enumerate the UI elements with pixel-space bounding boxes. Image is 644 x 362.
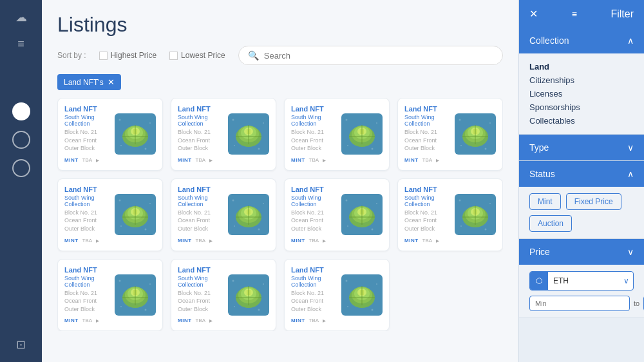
price-arrow-icon: ∨ bbox=[627, 247, 634, 257]
nft-image bbox=[115, 113, 156, 155]
nft-card[interactable]: Land NFT South Wing Collection Block No.… bbox=[57, 98, 163, 171]
fixed-price-button[interactable]: Fixed Price bbox=[566, 193, 621, 210]
svg-point-87 bbox=[346, 200, 348, 202]
filter-section-type: Type ∨ bbox=[519, 135, 644, 161]
svg-point-88 bbox=[376, 203, 377, 204]
nft-arrow-icon: ▸ bbox=[436, 237, 439, 244]
nft-footer: MINT TBA ▸ bbox=[291, 317, 335, 324]
filter-close-button[interactable]: ✕ bbox=[529, 8, 538, 20]
currency-select[interactable]: ⬡ ETH ∨ bbox=[529, 271, 634, 291]
nft-badge: MINT bbox=[178, 318, 192, 323]
filter-section-collection: Collection ∧ LandCitizenshipsLicensesSpo… bbox=[519, 28, 644, 135]
nft-title: Land NFT bbox=[291, 186, 335, 193]
nft-card[interactable]: Land NFT South Wing Collection Block No.… bbox=[284, 98, 390, 171]
filter-panel: ✕ ≡ Filter Collection ∧ LandCitizenships… bbox=[518, 0, 644, 362]
status-section-header[interactable]: Status ∧ bbox=[519, 161, 644, 187]
svg-point-9 bbox=[119, 119, 121, 121]
nft-price: TBA bbox=[196, 318, 206, 323]
filter-header: ✕ ≡ Filter bbox=[519, 0, 644, 28]
nft-arrow-icon: ▸ bbox=[323, 157, 326, 164]
sort-lowest-price[interactable]: Lowest Price bbox=[169, 51, 225, 60]
svg-point-37 bbox=[372, 148, 374, 150]
price-section-header[interactable]: Price ∨ bbox=[519, 239, 644, 265]
nft-card[interactable]: Land NFT South Wing Collection Block No.… bbox=[284, 178, 390, 251]
collection-item-licenses[interactable]: Licenses bbox=[529, 87, 634, 100]
collection-item-citizenships[interactable]: Citizenships bbox=[529, 73, 634, 87]
svg-point-50 bbox=[485, 148, 487, 150]
cloud-icon[interactable]: ☁ bbox=[15, 10, 27, 24]
nft-footer: MINT TBA ▸ bbox=[404, 237, 448, 244]
nft-price: TBA bbox=[309, 318, 319, 323]
nft-card[interactable]: Land NFT South Wing Collection Block No.… bbox=[284, 259, 390, 332]
svg-point-139 bbox=[346, 280, 348, 281]
nft-detail: Block No. 21Ocean FrontOuter Block bbox=[178, 128, 222, 153]
eth-icon: ⬡ bbox=[530, 272, 548, 290]
mint-button[interactable]: Mint bbox=[529, 193, 561, 210]
nft-card[interactable]: Land NFT South Wing Collection Block No.… bbox=[397, 178, 503, 251]
type-title: Type bbox=[529, 142, 549, 153]
sort-highest-price[interactable]: Highest Price bbox=[99, 51, 156, 60]
nav-circle-2[interactable] bbox=[12, 131, 30, 149]
nft-image bbox=[228, 274, 269, 316]
nft-image bbox=[455, 194, 496, 235]
sort-lowest-label: Lowest Price bbox=[181, 51, 225, 60]
type-section-header[interactable]: Type ∨ bbox=[519, 135, 644, 160]
svg-point-64 bbox=[120, 225, 122, 227]
nft-badge: MINT bbox=[404, 157, 419, 163]
nft-detail: Block No. 21Ocean FrontOuter Block bbox=[178, 289, 222, 314]
price-min-input[interactable] bbox=[529, 296, 630, 311]
nft-footer: MINT TBA ▸ bbox=[64, 317, 108, 324]
nft-price: TBA bbox=[82, 157, 93, 163]
filter-section-price: Price ∨ ⬡ ETH ∨ to bbox=[519, 239, 644, 318]
nft-detail: Block No. 21Ocean FrontOuter Block bbox=[291, 209, 335, 233]
svg-point-48 bbox=[459, 119, 461, 121]
nft-card[interactable]: Land NFT South Wing Collection Block No.… bbox=[57, 178, 163, 251]
search-input[interactable] bbox=[264, 51, 493, 61]
nft-card[interactable]: Land NFT South Wing Collection Block No.… bbox=[171, 98, 276, 171]
remove-filter-button[interactable]: ✕ bbox=[108, 77, 115, 87]
nft-badge: MINT bbox=[178, 157, 192, 163]
nft-card[interactable]: Land NFT South Wing Collection Block No.… bbox=[171, 259, 276, 332]
svg-point-100 bbox=[459, 200, 461, 202]
collection-section-header[interactable]: Collection ∧ bbox=[519, 28, 644, 53]
svg-point-49 bbox=[489, 122, 491, 124]
auction-button[interactable]: Auction bbox=[529, 215, 572, 232]
nft-footer: MINT TBA ▸ bbox=[178, 157, 222, 164]
svg-point-22 bbox=[232, 119, 234, 121]
sort-highest-checkbox[interactable] bbox=[99, 52, 108, 60]
collection-item-land[interactable]: Land bbox=[529, 60, 634, 73]
type-arrow-icon: ∨ bbox=[627, 142, 634, 153]
svg-point-24 bbox=[258, 148, 260, 150]
nft-collection: South Wing Collection bbox=[291, 195, 335, 207]
wallet-icon[interactable]: ⊡ bbox=[16, 338, 26, 352]
nav-circle-1[interactable] bbox=[12, 102, 30, 120]
active-filter-land[interactable]: Land NFT's ✕ bbox=[57, 74, 121, 90]
menu-icon[interactable]: ≡ bbox=[17, 37, 24, 51]
svg-point-12 bbox=[120, 145, 122, 146]
svg-point-126 bbox=[232, 280, 234, 281]
nft-title: Land NFT bbox=[178, 186, 222, 193]
collection-item-sponsorships[interactable]: Sponsorships bbox=[529, 100, 634, 114]
sort-highest-label: Highest Price bbox=[111, 51, 156, 60]
sort-lowest-checkbox[interactable] bbox=[169, 52, 178, 60]
nav-circle-3[interactable] bbox=[12, 159, 30, 177]
nft-detail: Block No. 21Ocean FrontOuter Block bbox=[291, 128, 335, 153]
nft-badge: MINT bbox=[64, 318, 79, 323]
nft-card[interactable]: Land NFT South Wing Collection Block No.… bbox=[171, 178, 276, 251]
nft-card[interactable]: Land NFT South Wing Collection Block No.… bbox=[397, 98, 503, 171]
nft-title: Land NFT bbox=[291, 266, 335, 274]
nft-card[interactable]: Land NFT South Wing Collection Block No.… bbox=[57, 259, 163, 332]
nft-footer: MINT TBA ▸ bbox=[178, 317, 222, 324]
svg-point-103 bbox=[460, 225, 462, 227]
nft-collection: South Wing Collection bbox=[291, 114, 335, 127]
toolbar: Sort by : Highest Price Lowest Price 🔍 bbox=[57, 46, 503, 65]
status-row-1: Mint Fixed Price bbox=[529, 193, 634, 210]
main-content: Listings Sort by : Highest Price Lowest … bbox=[42, 0, 518, 362]
nft-detail: Block No. 21Ocean FrontOuter Block bbox=[404, 128, 448, 153]
nft-footer: MINT TBA ▸ bbox=[64, 237, 108, 244]
collection-item-collectables[interactable]: Collectables bbox=[529, 114, 634, 128]
svg-point-36 bbox=[376, 122, 377, 124]
nft-image bbox=[115, 194, 156, 235]
search-box[interactable]: 🔍 bbox=[238, 46, 503, 65]
eth-label: ETH bbox=[548, 276, 620, 285]
